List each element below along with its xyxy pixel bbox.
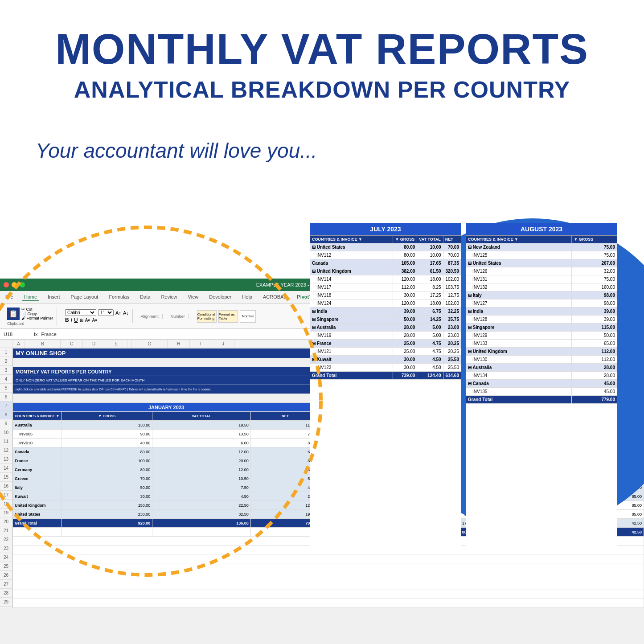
july-india-vat: 6.75 [417,308,443,316]
july-inv119-gross: 28.00 [393,332,417,340]
font-size-select[interactable]: 11 [98,309,114,316]
normal-style[interactable]: Normal [240,310,256,323]
increase-font-icon[interactable]: A↑ [115,310,121,316]
format-painter-label[interactable]: 🖌 Format Painter [21,316,53,320]
july-inv119-net: 23.00 [443,332,461,340]
minimize-dot[interactable] [12,282,17,287]
row-num-5: 5 [0,384,12,393]
maximize-dot[interactable] [20,282,25,287]
col-header-I: I [190,340,212,348]
aug-row-singapore: ⊟ Singapore 115.00 [466,324,617,332]
july-inv121-net: 20.25 [443,348,461,356]
cell-reference[interactable]: U18 [4,332,30,337]
jan-row14-vat: 12.00 [152,465,251,474]
aug-inv125-gross: 75.00 [572,251,617,259]
july-row-kuwait: ⊟ Kuwait 30.00 4.50 25.50 [310,356,461,364]
tab-insert[interactable]: Insert [46,293,62,301]
row-num-15: 15 [0,473,12,482]
aug-inv130-gross: 112.00 [572,356,617,364]
jan-row11-inv: INV010 [13,439,62,447]
tab-page-layout[interactable]: Page Layout [69,293,100,301]
tab-formulas[interactable]: Formulas [107,293,131,301]
cut-label[interactable]: ✂ Cut [21,307,53,312]
close-dot[interactable] [4,282,9,287]
aug-nz-gross: 75.00 [572,243,617,251]
italic-icon[interactable]: I [71,317,72,323]
paste-icon[interactable]: 📋 [7,308,20,320]
tab-help[interactable]: Help [240,293,254,301]
aug-inv130-name: INV130 [466,356,572,364]
july-canada-vat: 17.65 [417,259,443,267]
july-uk-net: 320.50 [443,267,461,275]
july-table: COUNTRIES & INVOICE ▼ ▼ GROSS VAT TOTAL … [310,235,461,380]
font-color-icon[interactable]: A▾ [92,318,97,323]
aug-inv126-gross: 32.00 [572,267,617,275]
conditional-format-btn[interactable]: Conditional Formatting [197,310,217,323]
july-inv114-gross: 120.00 [393,275,417,283]
july-france-gross: 25.00 [393,340,417,348]
row-num-25: 25 [0,562,12,571]
july-us-net: 70.00 [443,243,461,251]
july-inv118-net: 12.75 [443,291,461,299]
jan-row15-vat: 10.50 [152,474,251,483]
clipboard-tools: ✂ Cut 📄 Copy 🖌 Format Painter [21,307,53,320]
aug-row-italy: ⊟ Italy 98.00 [466,291,617,299]
july-kuwait-name: ⊟ Kuwait [310,356,393,364]
july-row-us: ⊞ United States 80.00 10.00 70.00 [310,243,461,251]
underline-icon[interactable]: U [74,317,78,323]
tagline: Your accountant will love you... [0,139,644,163]
row-num-9: 9 [0,419,12,428]
july-uk-name: ⊟ United Kingdom [310,267,393,275]
aug-inv125-name: INV125 [466,251,572,259]
row-num-13: 13 [0,455,12,464]
tab-home[interactable]: Home [22,293,39,301]
july-france-name: ⊟ France [310,340,393,348]
bold-icon[interactable]: B [65,317,69,323]
jan-row21-empty3 [152,528,251,537]
row-29 [13,599,644,608]
jan-row12-country: Canada [13,447,62,456]
july-singapore-net: 35.75 [443,316,461,324]
tab-developer[interactable]: Developer [207,293,233,301]
jan-row21-empty2 [62,528,152,537]
tab-view[interactable]: View [186,293,201,301]
july-row-india: ⊞ India 39.00 6.75 32.25 [310,308,461,316]
july-inv117-net: 103.75 [443,283,461,291]
col-header-A: A [12,340,25,348]
jan-row9-gross: 130.00 [62,421,152,430]
format-table-btn[interactable]: Format as Table [218,310,238,323]
tab-acrobat[interactable]: ACROBAT [261,293,288,301]
font-controls: Calibri 11 A↑ A↓ [65,309,129,316]
tab-file[interactable]: File [4,293,15,301]
july-inv112-name: INV112 [310,251,393,259]
tab-data[interactable]: Data [138,293,152,301]
july-inv124-net: 102.00 [443,299,461,308]
july-inv122-gross: 30.00 [393,364,417,372]
copy-label[interactable]: 📄 Copy [21,312,53,316]
july-inv114-vat: 18.00 [417,275,443,283]
july-inv121-gross: 25.00 [393,348,417,356]
row29-empty [13,599,644,608]
jan-row12-gross: 80.00 [62,447,152,456]
aug-inv127-gross: 98.00 [572,299,617,308]
row-num-22: 22 [0,535,12,544]
alignment-group: Alignment [137,314,163,319]
decrease-font-icon[interactable]: A↓ [123,310,129,316]
july-row-uk: ⊟ United Kingdom 382.00 61.50 320.50 [310,267,461,275]
jan-month-header: JANUARY 2023 [13,403,320,412]
font-family-select[interactable]: Calibri [65,309,96,316]
july-france-net: 20.25 [443,340,461,348]
tab-review[interactable]: Review [159,293,179,301]
jan-row9-vat: 19.50 [152,421,251,430]
row26-empty [13,572,644,581]
august-panel: AUGUST 2023 COUNTRIES & INVOICE ▼ ▼ GROS… [466,223,617,553]
paste-area: 📋 ✂ Cut 📄 Copy 🖌 Format Painter [7,307,53,320]
aug-inv132-gross: 160.00 [572,283,617,291]
aug-row-uk: ⊟ United Kingdom 112.00 [466,348,617,356]
july-total-net: 614.60 [443,372,461,380]
july-inv122-name: INV122 [310,364,393,372]
july-inv118-name: INV118 [310,291,393,299]
july-france-vat: 4.75 [417,340,443,348]
fill-color-icon[interactable]: A▾ [85,318,90,323]
border-icon[interactable]: ⊞ [80,318,83,323]
